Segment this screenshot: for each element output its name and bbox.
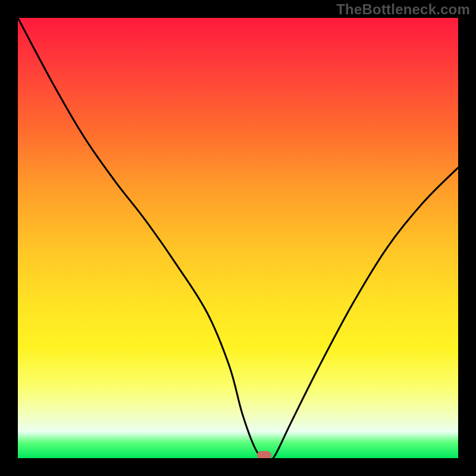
curve-svg bbox=[18, 18, 458, 458]
chart-frame: TheBottleneck.com bbox=[0, 0, 476, 476]
minimum-marker bbox=[257, 451, 271, 458]
watermark-text: TheBottleneck.com bbox=[336, 1, 470, 18]
bottleneck-curve bbox=[18, 18, 458, 458]
plot-area bbox=[18, 18, 458, 458]
